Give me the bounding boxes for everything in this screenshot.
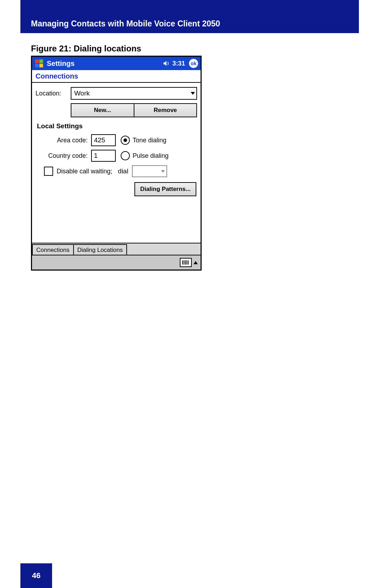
page-number-band: 46 — [20, 563, 52, 588]
chevron-down-icon — [191, 92, 195, 95]
country-code-input[interactable]: 1 — [91, 150, 116, 162]
settings-section-header: Connections — [32, 70, 201, 83]
page-number: 46 — [32, 571, 40, 580]
window-titlebar: Settings 3:31 ok — [32, 57, 201, 70]
volume-icon[interactable] — [163, 60, 170, 67]
tab-connections[interactable]: Connections — [32, 244, 74, 255]
radio-selected-icon — [124, 138, 127, 142]
pulse-dialing-radio[interactable] — [121, 151, 130, 160]
tab-bar: Connections Dialing Locations — [32, 243, 201, 255]
svg-rect-0 — [35, 60, 39, 63]
soft-input-panel-bar — [32, 255, 201, 270]
screenshot-frame: Settings 3:31 ok Connections Location: W… — [31, 56, 202, 271]
windows-start-icon[interactable] — [34, 58, 44, 68]
area-code-input[interactable]: 425 — [91, 134, 116, 146]
clock-time: 3:31 — [172, 60, 185, 67]
window-title: Settings — [47, 60, 75, 68]
new-button[interactable]: New... — [71, 103, 134, 117]
dial-code-dropdown[interactable] — [132, 165, 167, 177]
location-dropdown[interactable]: Work — [71, 87, 197, 100]
dial-label: dial — [118, 167, 128, 175]
location-value: Work — [74, 89, 90, 97]
document-page: Managing Contacts with Mobile Voice Clie… — [0, 0, 380, 588]
svg-rect-2 — [35, 64, 39, 68]
pulse-dialing-label: Pulse dialing — [133, 152, 169, 160]
svg-rect-3 — [39, 64, 43, 68]
chapter-title: Managing Contacts with Mobile Voice Clie… — [31, 19, 220, 29]
tone-dialing-label: Tone dialing — [133, 137, 166, 144]
ok-button[interactable]: ok — [189, 58, 198, 68]
disable-call-waiting-label: Disable call waiting; — [57, 168, 112, 175]
form-content: Location: Work New... Remove Local Setti… — [32, 83, 201, 198]
tab-dialing-locations[interactable]: Dialing Locations — [74, 244, 127, 255]
location-label: Location: — [36, 90, 71, 97]
keyboard-keys-icon — [182, 260, 189, 265]
country-code-label: Country code: — [36, 152, 91, 160]
tone-dialing-radio[interactable] — [121, 136, 130, 145]
chevron-down-icon — [161, 170, 165, 173]
chevron-up-icon[interactable] — [194, 261, 198, 264]
figure-caption: Figure 21: Dialing locations — [31, 44, 141, 54]
dialing-patterns-button[interactable]: Dialing Patterns... — [134, 182, 196, 196]
area-code-label: Area code: — [36, 137, 91, 144]
svg-rect-1 — [39, 60, 43, 63]
local-settings-title: Local Settings — [37, 122, 197, 130]
disable-call-waiting-checkbox[interactable] — [44, 167, 53, 176]
keyboard-icon[interactable] — [180, 258, 192, 267]
remove-button[interactable]: Remove — [134, 103, 197, 117]
section-title: Connections — [36, 72, 78, 80]
